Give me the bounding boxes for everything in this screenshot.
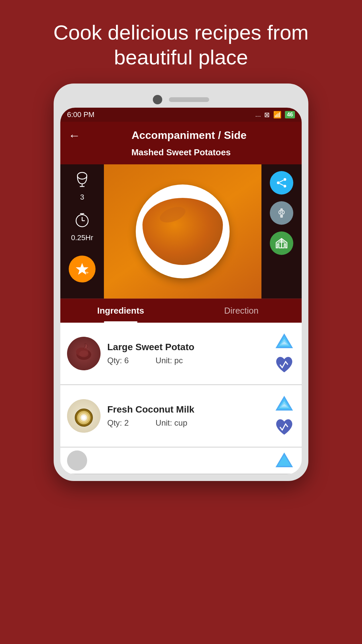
chef-button[interactable]: [270, 231, 293, 255]
right-panel: [261, 164, 302, 299]
ingredient-image-3: [67, 450, 87, 471]
wifi-icon: 📶: [273, 111, 282, 119]
qty-label-1: Qty: 6: [107, 356, 129, 365]
svg-point-32: [82, 416, 86, 420]
svg-point-11: [277, 181, 280, 184]
svg-point-17: [282, 211, 284, 214]
status-icons: ... ⊠ 📶 46: [255, 111, 295, 119]
time-stat: 0.25Hr: [71, 212, 93, 242]
ingredient-meta-2: Qty: 2 Unit: cup: [107, 418, 267, 428]
phone-speaker: [169, 97, 209, 102]
svg-point-15: [280, 208, 283, 211]
hero-title: Cook delicious recipes from beautiful pl…: [0, 0, 362, 84]
phone-screen: 6:00 PM ... ⊠ 📶 46 ← Accompaniment / Sid…: [60, 108, 302, 474]
favorite-edit-button[interactable]: ✏: [69, 256, 96, 282]
recipe-name: Mashed Sweet Potatoes: [68, 147, 294, 158]
svg-point-16: [279, 211, 281, 214]
ingredient-info-2: Fresh Coconut Milk Qty: 2 Unit: cup: [107, 404, 267, 428]
tabs-bar: Ingredients Direction: [60, 299, 302, 323]
unit-label-1: Unit: pc: [156, 356, 183, 365]
status-time: 6:00 PM: [67, 110, 95, 119]
recipe-image-area: 3 0.25Hr: [60, 164, 302, 299]
svg-text:✏: ✏: [85, 270, 89, 275]
ingredient-image-sweet-potato: [67, 337, 101, 370]
qty-label-2: Qty: 2: [107, 418, 129, 428]
ingredient-row: Large Sweet Potato Qty: 6 Unit: pc: [60, 323, 302, 385]
header-nav: ← Accompaniment / Side: [68, 127, 294, 144]
tab-ingredients[interactable]: Ingredients: [60, 299, 181, 323]
ingredient-image-coconut-milk: [67, 399, 101, 433]
svg-point-10: [284, 178, 286, 181]
svg-point-0: [77, 172, 87, 179]
time-icon: [74, 212, 90, 231]
category-title: Accompaniment / Side: [84, 129, 294, 142]
servings-value: 3: [80, 193, 84, 202]
ingredient-info-1: Large Sweet Potato Qty: 6 Unit: pc: [107, 342, 267, 365]
ingredient-icons-1: [274, 331, 295, 376]
ingredients-list: Large Sweet Potato Qty: 6 Unit: pc: [60, 323, 302, 474]
phone-top-bar: [60, 90, 302, 108]
status-dots: ...: [255, 111, 261, 118]
ingredient-icons-3: [274, 450, 295, 471]
phone-camera: [153, 95, 162, 104]
signal-icon: ⊠: [264, 111, 270, 119]
mashed-potato-fill: [142, 198, 223, 265]
unit-label-2: Unit: cup: [156, 418, 187, 428]
app-header: ← Accompaniment / Side Mashed Sweet Pota…: [60, 122, 302, 164]
svg-point-12: [284, 185, 286, 187]
svg-rect-18: [280, 214, 283, 218]
recipe-image: [104, 164, 261, 299]
back-button[interactable]: ←: [68, 127, 84, 144]
servings-icon: [74, 171, 90, 191]
time-value: 0.25Hr: [71, 233, 93, 242]
ingredient-meta-1: Qty: 6 Unit: pc: [107, 356, 267, 365]
ingredient-row-2: Fresh Coconut Milk Qty: 2 Unit: cup: [60, 385, 302, 447]
ingredient-name-1: Large Sweet Potato: [107, 342, 267, 353]
battery-icon: 46: [285, 111, 295, 118]
mashed-potato-bowl: [136, 184, 230, 278]
status-bar: 6:00 PM ... ⊠ 📶 46: [60, 108, 302, 122]
tab-direction[interactable]: Direction: [181, 299, 302, 323]
ingredient-row-3: [60, 447, 302, 474]
svg-line-13: [280, 180, 284, 182]
ingredient-name-2: Fresh Coconut Milk: [107, 404, 267, 415]
info-button[interactable]: [270, 201, 293, 225]
phone-mockup: 6:00 PM ... ⊠ 📶 46 ← Accompaniment / Sid…: [54, 84, 308, 481]
servings-stat: 3: [74, 171, 90, 202]
ingredient-icons-2: [274, 393, 295, 439]
share-button[interactable]: [270, 171, 293, 195]
svg-point-23: [79, 351, 88, 357]
left-panel: 3 0.25Hr: [60, 164, 104, 299]
svg-line-14: [280, 183, 284, 185]
